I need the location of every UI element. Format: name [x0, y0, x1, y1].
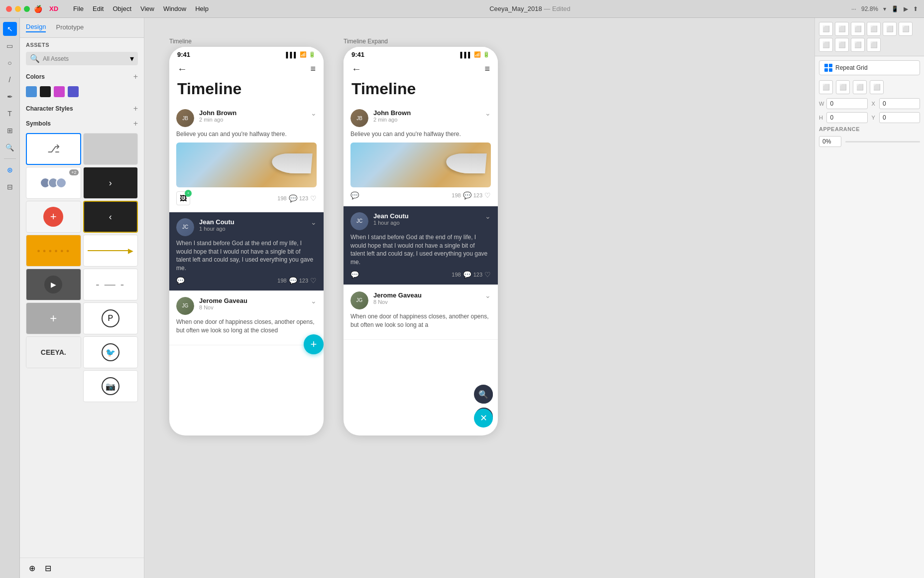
image-action-icon-1[interactable]: 🖼 + [176, 191, 190, 205]
symbol-ceeya[interactable]: CEEYA. [26, 336, 81, 368]
tab-design[interactable]: Design [26, 23, 46, 32]
symbol-arrow-left[interactable]: ‹ [83, 201, 138, 233]
component-icon[interactable]: ⊛ [3, 163, 17, 177]
filter-icon-1[interactable]: ≡ [310, 64, 316, 74]
panel-icon-4[interactable]: ⬜ [870, 80, 884, 94]
menu-object[interactable]: Object [113, 5, 131, 12]
symbol-pinterest[interactable]: P [83, 302, 138, 334]
tab-prototype[interactable]: Prototype [56, 23, 84, 32]
rectangle-tool[interactable]: ▭ [3, 39, 17, 53]
canvas[interactable]: Timeline 9:41 ▌▌▌ 📶 🔋 ← ≡ [144, 18, 814, 578]
comment-icon-1[interactable]: 💬 [289, 194, 297, 202]
select-tool[interactable]: ↖ [3, 22, 17, 36]
back-button-1[interactable]: ← [177, 63, 187, 75]
zoom-chevron[interactable]: ▾ [883, 5, 886, 12]
like-icon-1[interactable]: ♡ [310, 194, 317, 202]
plugin-icon[interactable]: ⊕ [26, 562, 38, 574]
height-input[interactable] [826, 112, 867, 123]
x-input[interactable] [879, 98, 920, 109]
align-left-btn[interactable]: ⬜ [819, 22, 833, 36]
assets-search-bar[interactable]: 🔍 ▾ [26, 52, 138, 65]
zoom-tool[interactable]: 🔍 [3, 141, 17, 154]
symbol-twitter[interactable]: 🐦 [83, 336, 138, 368]
layers-icon[interactable]: ⊟ [3, 180, 17, 194]
panel-icon-3[interactable]: ⬜ [853, 80, 867, 94]
device-icon[interactable]: 📱 [891, 5, 899, 12]
symbol-arrow-right[interactable]: › [83, 167, 138, 199]
zoom-level[interactable]: 92.8% [861, 5, 878, 12]
symbol-gray[interactable] [83, 133, 138, 165]
like-icon-4[interactable]: ♡ [484, 191, 491, 199]
fullscreen-button[interactable] [24, 6, 30, 12]
character-styles-add-button[interactable]: + [133, 104, 138, 113]
search-chevron[interactable]: ▾ [130, 54, 134, 63]
text-tool[interactable]: T [3, 107, 17, 121]
play-button[interactable]: ▶ [904, 5, 908, 12]
card-chevron-5[interactable]: ⌄ [485, 212, 491, 220]
comment-icon-2b[interactable]: 💬 [289, 277, 297, 285]
opacity-input[interactable] [819, 136, 841, 147]
dist-v-btn[interactable]: ⬜ [835, 38, 849, 52]
close-fab-btn[interactable]: ✕ [474, 409, 493, 428]
opacity-slider[interactable] [845, 141, 920, 143]
minimize-button[interactable] [15, 6, 21, 12]
color-black[interactable] [40, 86, 51, 97]
line-tool[interactable]: / [3, 73, 17, 87]
dist-h-btn[interactable]: ⬜ [819, 38, 833, 52]
comment-icon-4b[interactable]: 💬 [463, 191, 471, 199]
like-icon-2[interactable]: ♡ [310, 277, 317, 285]
colors-add-button[interactable]: + [133, 72, 138, 81]
card-chevron-4[interactable]: ⌄ [485, 109, 491, 117]
search-fab-btn[interactable]: 🔍 [474, 385, 493, 404]
artboard-tool[interactable]: ⊞ [3, 124, 17, 138]
search-input[interactable] [43, 55, 127, 62]
fab-button-1[interactable]: + [304, 334, 324, 354]
symbol-dots[interactable]: ● ● ● ● ● ● [26, 235, 81, 267]
repeat-grid-button[interactable]: Repeat Grid [819, 60, 920, 75]
symbol-plus-gray[interactable]: + [26, 302, 81, 334]
share-button[interactable]: ⬆ [913, 5, 918, 12]
symbols-add-button[interactable]: + [133, 119, 138, 128]
menu-edit[interactable]: Edit [93, 5, 104, 12]
color-indigo[interactable] [68, 86, 79, 97]
symbol-arrow-line[interactable]: ▶ [83, 235, 138, 267]
card-chevron-1[interactable]: ⌄ [311, 109, 317, 117]
card-chevron-2[interactable]: ⌄ [311, 218, 317, 226]
color-blue[interactable] [26, 86, 37, 97]
menu-view[interactable]: View [140, 5, 154, 12]
align-center-h-btn[interactable]: ⬜ [835, 22, 849, 36]
symbol-instagram[interactable]: 📷 [83, 370, 138, 402]
align-center-v-btn[interactable]: ⬜ [883, 22, 897, 36]
comment-icon-5[interactable]: 💬 [350, 271, 359, 279]
dist-h2-btn[interactable]: ⬜ [851, 38, 865, 52]
ellipse-tool[interactable]: ○ [3, 56, 17, 70]
symbol-play[interactable]: ▶ [26, 269, 81, 300]
y-input[interactable] [879, 112, 920, 123]
color-purple[interactable] [54, 86, 65, 97]
align-bottom-btn[interactable]: ⬜ [899, 22, 913, 36]
pen-tool[interactable]: ✒ [3, 90, 17, 104]
card-chevron-3[interactable]: ⌄ [311, 297, 317, 305]
symbol-red-plus[interactable]: + [26, 201, 81, 233]
comment-icon-4[interactable]: 💬 [350, 191, 359, 199]
comment-icon-2[interactable]: 💬 [176, 277, 185, 285]
symbol-share[interactable]: ⎇ [26, 133, 81, 165]
menu-help[interactable]: Help [195, 5, 209, 12]
comment-icon-5b[interactable]: 💬 [463, 271, 471, 279]
panel-icon-1[interactable]: ⬜ [819, 80, 833, 94]
close-button[interactable] [6, 6, 12, 12]
layers-bottom-icon[interactable]: ⊟ [42, 562, 54, 574]
align-right-btn[interactable]: ⬜ [851, 22, 865, 36]
filter-icon-2[interactable]: ≡ [484, 64, 490, 74]
card-chevron-6[interactable]: ⌄ [485, 291, 491, 299]
menu-file[interactable]: File [73, 5, 84, 12]
width-input[interactable] [826, 98, 867, 109]
panel-icon-2[interactable]: ⬜ [836, 80, 850, 94]
dist-v2-btn[interactable]: ⬜ [867, 38, 881, 52]
menu-window[interactable]: Window [163, 5, 186, 12]
align-top-btn[interactable]: ⬜ [867, 22, 881, 36]
symbol-dots2[interactable]: - — - [83, 269, 138, 300]
like-icon-5[interactable]: ♡ [484, 271, 491, 279]
symbol-group-avatars[interactable]: +2 [26, 167, 81, 199]
back-button-2[interactable]: ← [351, 63, 361, 75]
